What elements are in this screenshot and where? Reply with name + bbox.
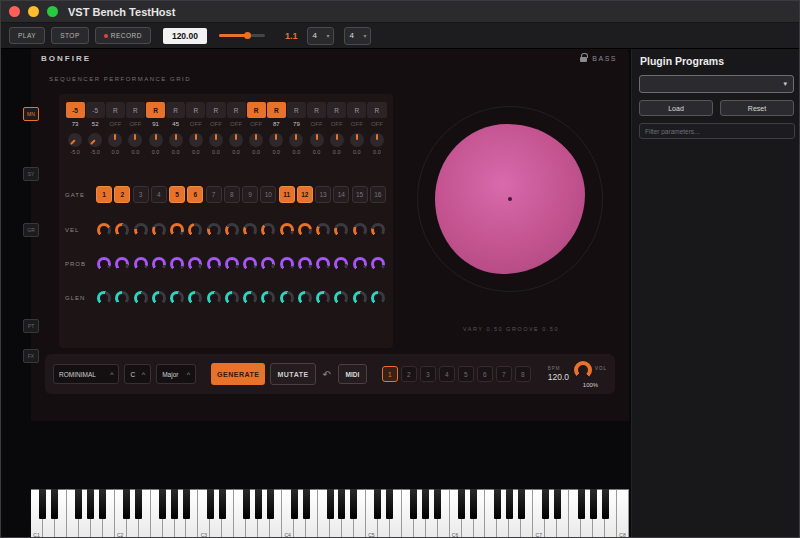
pitch-cell[interactable]: R [247,102,266,118]
probability-knob[interactable] [188,257,202,271]
pattern-button[interactable]: 1 [382,366,398,382]
pitch-cell[interactable]: R [347,102,366,118]
black-key[interactable] [75,489,82,519]
pattern-button[interactable]: 8 [515,366,531,382]
gate-step-button[interactable]: 12 [297,186,313,203]
black-key[interactable] [255,489,262,519]
black-key[interactable] [458,489,465,519]
probability-knob[interactable] [243,257,257,271]
glen-knob[interactable] [115,291,129,305]
pitch-knob[interactable] [289,133,303,147]
black-key[interactable] [518,489,525,519]
black-key[interactable] [51,489,58,519]
velocity-knob[interactable] [371,223,385,237]
play-button[interactable]: PLAY [9,27,45,44]
black-key[interactable] [135,489,142,519]
pitch-knob[interactable] [169,133,183,147]
black-key[interactable] [470,489,477,519]
black-key[interactable] [207,489,214,519]
black-key[interactable] [602,489,609,519]
white-key[interactable]: C8 [617,489,629,538]
black-key[interactable] [243,489,250,519]
velocity-knob[interactable] [316,223,330,237]
generate-button[interactable]: GENERATE [211,363,265,385]
timesig-numerator-select[interactable]: 4 ▾ [307,27,334,45]
side-tab-synth[interactable]: SY [23,167,39,181]
black-key[interactable] [159,489,166,519]
gate-step-button[interactable]: 16 [370,186,386,203]
velocity-knob[interactable] [97,223,111,237]
gate-step-button[interactable]: 2 [114,186,130,203]
bpm-display[interactable]: BPM 120.0 [548,367,569,382]
side-tab-main[interactable]: MN [23,107,39,121]
glen-knob[interactable] [207,291,221,305]
pitch-knob[interactable] [209,133,223,147]
glen-knob[interactable] [97,291,111,305]
black-key[interactable] [183,489,190,519]
pattern-button[interactable]: 3 [420,366,436,382]
pitch-knob[interactable] [370,133,384,147]
reset-button[interactable]: Reset [720,100,794,116]
tempo-slider-thumb[interactable] [244,32,251,39]
black-key[interactable] [542,489,549,519]
glen-knob[interactable] [170,291,184,305]
black-key[interactable] [554,489,561,519]
pitch-knob[interactable] [108,133,122,147]
glen-knob[interactable] [243,291,257,305]
black-key[interactable] [87,489,94,519]
probability-knob[interactable] [97,257,111,271]
pitch-knob[interactable] [249,133,263,147]
side-tab-fx[interactable]: FX [23,349,39,363]
glen-knob[interactable] [371,291,385,305]
glen-knob[interactable] [298,291,312,305]
pitch-knob[interactable] [88,133,102,147]
pattern-button[interactable]: 7 [496,366,512,382]
probability-knob[interactable] [134,257,148,271]
load-button[interactable]: Load [639,100,713,116]
close-window-button[interactable] [9,6,20,17]
black-key[interactable] [578,489,585,519]
gate-step-button[interactable]: 7 [206,186,222,203]
black-key[interactable] [303,489,310,519]
pitch-cell[interactable]: R [367,102,386,118]
gate-step-button[interactable]: 9 [242,186,258,203]
glen-knob[interactable] [188,291,202,305]
pitch-cell[interactable]: -5 [66,102,85,118]
pitch-cell[interactable]: R [206,102,225,118]
pitch-knob[interactable] [68,133,82,147]
probability-knob[interactable] [261,257,275,271]
gate-step-button[interactable]: 13 [315,186,331,203]
black-key[interactable] [434,489,441,519]
probability-knob[interactable] [207,257,221,271]
black-key[interactable] [291,489,298,519]
pitch-knob[interactable] [149,133,163,147]
glen-knob[interactable] [316,291,330,305]
pitch-cell[interactable]: R [126,102,145,118]
glen-knob[interactable] [134,291,148,305]
pitch-knob[interactable] [229,133,243,147]
black-key[interactable] [590,489,597,519]
velocity-knob[interactable] [280,223,294,237]
record-button[interactable]: RECORD [95,27,151,44]
pitch-cell[interactable]: R [186,102,205,118]
probability-knob[interactable] [371,257,385,271]
pitch-knob[interactable] [350,133,364,147]
pattern-button[interactable]: 6 [477,366,493,382]
probability-knob[interactable] [115,257,129,271]
velocity-knob[interactable] [152,223,166,237]
velocity-knob[interactable] [261,223,275,237]
glen-knob[interactable] [353,291,367,305]
pattern-button[interactable]: 4 [439,366,455,382]
black-key[interactable] [350,489,357,519]
pitch-cell[interactable]: R [267,102,286,118]
glen-knob[interactable] [152,291,166,305]
black-key[interactable] [99,489,106,519]
probability-knob[interactable] [152,257,166,271]
pitch-cell[interactable]: R [307,102,326,118]
probability-knob[interactable] [225,257,239,271]
black-key[interactable] [171,489,178,519]
tempo-input[interactable]: 120.00 [163,28,207,44]
tempo-slider[interactable] [219,34,265,37]
gate-step-button[interactable]: 11 [279,186,295,203]
black-key[interactable] [327,489,334,519]
